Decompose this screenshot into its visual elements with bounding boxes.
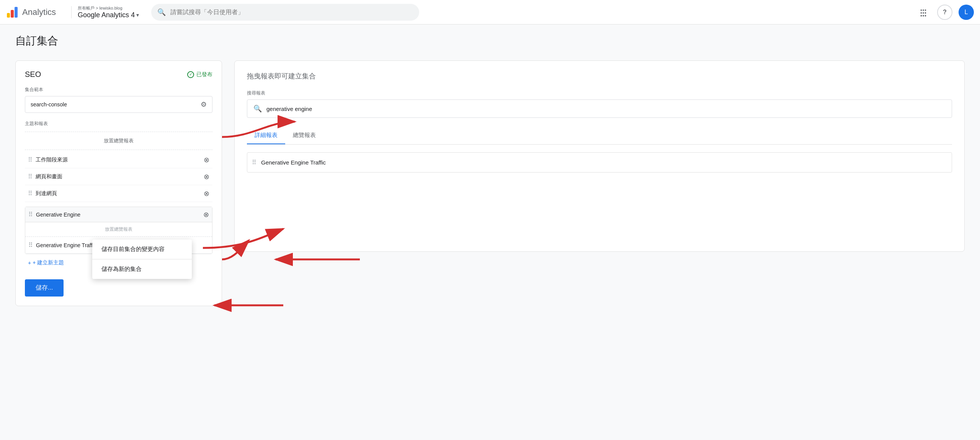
property-name: Google Analytics 4 ▾: [78, 11, 139, 19]
themes-label: 主題和報表: [25, 121, 212, 127]
drag-handle-icon[interactable]: ⠿: [28, 156, 33, 163]
right-panel-title: 拖曳報表即可建立集合: [247, 72, 952, 81]
property-dropdown-arrow: ▾: [136, 12, 139, 18]
app-logo[interactable]: Analytics: [6, 6, 56, 18]
remove-button-session[interactable]: ⊗: [204, 156, 209, 163]
page-body: 自訂集合 SEO ✓ 已發布 集合範本 search-console ⚙ 主題和…: [0, 24, 980, 315]
search-icon: 🔍: [253, 104, 262, 113]
nav-right: ? L: [916, 5, 974, 20]
save-dropdown-menu: 儲存目前集合的變更內容 儲存為新的集合: [92, 240, 192, 279]
page-title: 自訂集合: [15, 34, 965, 48]
svg-rect-2: [15, 7, 18, 18]
avatar[interactable]: L: [959, 5, 974, 20]
main-content: SEO ✓ 已發布 集合範本 search-console ⚙ 主題和報表 放置…: [15, 60, 965, 306]
remove-button-pages[interactable]: ⊗: [204, 173, 209, 180]
tabs-row: 詳細報表 總覽報表: [247, 127, 952, 145]
svg-rect-1: [11, 10, 14, 18]
tab-overview[interactable]: 總覽報表: [285, 127, 323, 144]
panel-header: SEO ✓ 已發布: [25, 70, 212, 79]
report-item-pages: ⠿ 網頁和畫面 ⊗: [25, 168, 212, 185]
drag-handle-icon[interactable]: ⠿: [28, 211, 33, 218]
property-selector[interactable]: 所有帳戶 > lewisko.blog Google Analytics 4 ▾: [78, 5, 139, 19]
sample-label: 集合範本: [25, 86, 212, 93]
drag-handle-icon[interactable]: ⠿: [28, 241, 33, 249]
result-drag-icon: ⠿: [252, 159, 256, 166]
plus-icon: +: [28, 260, 31, 266]
report-item-session: ⠿ 工作階段來源 ⊗: [25, 152, 212, 168]
check-icon: ✓: [187, 71, 194, 78]
settings-icon: ⚙: [201, 100, 207, 109]
breadcrumb: 所有帳戶 > lewisko.blog: [78, 5, 139, 11]
top-nav: Analytics 所有帳戶 > lewisko.blog Google Ana…: [0, 0, 980, 24]
drag-handle-icon[interactable]: ⠿: [28, 173, 33, 180]
search-report-label: 搜尋報表: [247, 90, 952, 96]
nav-divider: [71, 6, 72, 18]
search-report-section: 搜尋報表 🔍 generative engine: [247, 90, 952, 118]
svg-rect-0: [7, 13, 10, 18]
result-item-generative[interactable]: ⠿ Generative Engine Traffic: [247, 152, 952, 173]
save-button[interactable]: 儲存...: [25, 279, 64, 297]
help-button[interactable]: ?: [937, 5, 952, 20]
remove-button-generative[interactable]: ⊗: [203, 211, 209, 218]
tab-detail[interactable]: 詳細報表: [247, 127, 285, 144]
right-panel: 拖曳報表即可建立集合 搜尋報表 🔍 generative engine 詳細報表…: [234, 60, 965, 252]
left-panel: SEO ✓ 已發布 集合範本 search-console ⚙ 主題和報表 放置…: [15, 60, 222, 306]
drop-zone-generative: 放置總覽報表: [25, 222, 212, 237]
search-report-input[interactable]: 🔍 generative engine: [247, 99, 952, 118]
analytics-label: Analytics: [22, 7, 56, 17]
save-as-new-collection-item[interactable]: 儲存為新的集合: [92, 259, 192, 279]
apps-button[interactable]: [916, 5, 931, 20]
generative-engine-header: ⠿ Generative Engine ⊗: [25, 207, 212, 222]
save-current-collection-item[interactable]: 儲存目前集合的變更內容: [92, 240, 192, 259]
report-item-landing: ⠿ 到達網頁 ⊗: [25, 185, 212, 202]
published-badge: ✓ 已發布: [187, 71, 212, 78]
collection-title: SEO: [25, 70, 41, 79]
search-input[interactable]: [170, 9, 413, 16]
drag-handle-icon[interactable]: ⠿: [28, 190, 33, 197]
analytics-logo-icon: [6, 6, 18, 18]
remove-button-landing[interactable]: ⊗: [204, 190, 209, 197]
sample-selector[interactable]: search-console ⚙: [25, 96, 212, 113]
global-search-bar[interactable]: 🔍: [151, 4, 419, 21]
search-icon: 🔍: [157, 8, 166, 16]
drop-zone-top: 放置總覽報表: [25, 132, 212, 150]
